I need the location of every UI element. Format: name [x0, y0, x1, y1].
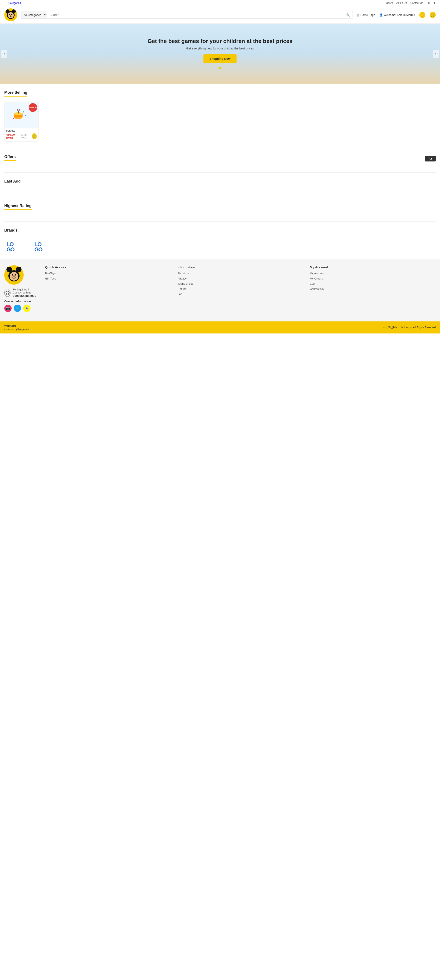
category-select[interactable]: All Categories — [21, 11, 47, 19]
more-selling-section: More Selling ● ● ● — [0, 84, 440, 148]
hero-prev-button[interactable]: ‹ — [1, 50, 7, 58]
list-item: My Account — [310, 272, 436, 275]
information-list: About Us Privacy Terms of use Refund Faq — [178, 272, 303, 296]
search-area: All Categories 🔍 — [21, 11, 353, 19]
logo-svg — [5, 9, 17, 21]
more-selling-header: More Selling — [4, 90, 436, 98]
svg-point-6 — [11, 14, 13, 15]
list-item: Faq — [178, 292, 303, 296]
refund-link[interactable]: Refund — [178, 287, 186, 291]
my-orders-link[interactable]: My Orders — [310, 277, 323, 280]
bottom-bar: Wait Buzz تصميم مواقع - تطبيقات موقع الع… — [0, 321, 440, 334]
instagram-button[interactable]: 📷 — [4, 305, 12, 312]
list-item: Terms of use — [178, 282, 303, 285]
hero-content: Get the best games for your children at … — [148, 38, 292, 70]
my-account-title: My Account — [310, 265, 436, 269]
svg-point-26 — [15, 274, 16, 276]
highest-rating-header: Highest Rating — [4, 204, 436, 212]
hero-subtitle: Get everything new for your child at the… — [148, 47, 292, 50]
contact-nav-link[interactable]: Contact Us — [410, 2, 423, 5]
hero-title: Get the best games for your children at … — [148, 38, 292, 45]
about-us-link[interactable]: About Us — [178, 272, 189, 275]
brand-svg-1: LO GO — [5, 240, 25, 252]
brands-header: Brands — [4, 228, 436, 236]
svg-text:●: ● — [22, 110, 24, 113]
top-nav-right: Offers About Us Contact Us En ▼ — [386, 2, 436, 5]
home-page-link[interactable]: 🏠 Home Page — [356, 13, 375, 17]
list-item: Privacy — [178, 277, 303, 280]
highest-rating-section: Highest Rating — [0, 197, 440, 221]
header-right: 🏠 Home Page 👤 Welcome! Khloud Mhrmd 🔔 🛒 — [356, 12, 436, 18]
brand-logo-1: LO GO — [4, 240, 26, 252]
search-input[interactable] — [47, 11, 344, 18]
offers-all-button[interactable]: All — [425, 156, 436, 161]
add-to-cart-button[interactable]: 🛒 — [32, 133, 37, 139]
svg-text:GO: GO — [34, 246, 43, 252]
list-item: Contact Us — [310, 287, 436, 291]
last-add-title: Last Add — [4, 179, 21, 185]
lang-selector[interactable]: En — [426, 2, 430, 5]
my-account-list: My Account My Orders Cart Contact Us — [310, 272, 436, 291]
svg-text:●: ● — [25, 114, 26, 116]
footer-logo — [4, 265, 24, 285]
product-price: 456.00 KWD 67.00 KWD 🛒 — [5, 133, 38, 141]
girltoys-link[interactable]: Girl Toys — [45, 277, 56, 280]
terms-link[interactable]: Terms of use — [178, 282, 193, 285]
last-add-header: Last Add — [4, 179, 436, 187]
twitter-button[interactable]: 🐦 — [14, 305, 21, 312]
notification-bell[interactable]: 🔔 — [419, 12, 426, 18]
list-item: About Us — [178, 272, 303, 275]
offers-title: Offers — [4, 154, 16, 161]
hero-cta-button[interactable]: Shopping Now — [203, 54, 237, 63]
about-nav-link[interactable]: About Us — [396, 2, 407, 5]
user-info: 👤 Welcome! Khloud Mhrmd — [380, 13, 415, 17]
social-icons: 📷 🐦 👻 — [4, 305, 39, 312]
list-item: BoyToys — [45, 272, 171, 275]
cart-link[interactable]: Cart — [310, 282, 315, 285]
menu-icon: ☰ — [4, 1, 7, 5]
hero-dots — [148, 67, 292, 70]
hero-banner: ‹ Get the best games for your children a… — [0, 24, 440, 84]
categories-link[interactable]: Categories — [8, 2, 21, 5]
svg-point-25 — [12, 274, 13, 276]
logo[interactable] — [4, 8, 17, 21]
faq-link[interactable]: Faq — [178, 293, 182, 296]
snapchat-button[interactable]: 👻 — [23, 305, 30, 312]
boytoys-link[interactable]: BoyToys — [45, 272, 56, 275]
my-account-link[interactable]: My Account — [310, 272, 324, 275]
headset-icon: 🎧 — [4, 289, 11, 297]
lang-chevron-icon: ▼ — [433, 2, 436, 5]
bottom-bar-brand: Wait Buzz — [4, 325, 29, 328]
product-card: ● ● ● Sale 580.60% sdfytfty 456.00 KWD 6… — [4, 102, 39, 142]
logo-image — [4, 8, 17, 21]
footer-contact-row: 🎧 For inquiries ?Connect with us 0096655… — [4, 288, 39, 298]
hero-dot-1[interactable] — [219, 67, 221, 69]
bottom-bar-right: موقع العاب اطفال الكويت - All Rights Res… — [383, 326, 436, 329]
footer: 🎧 For inquiries ?Connect with us 0096655… — [0, 259, 440, 321]
cart-button[interactable]: 🛒 — [430, 12, 436, 18]
search-button[interactable]: 🔍 — [344, 12, 353, 18]
footer-quick-access: Quick Access BoyToys Girl Toys — [45, 265, 171, 312]
footer-contact-prompt: For inquiries ?Connect with us — [13, 288, 39, 294]
svg-point-7 — [10, 15, 11, 16]
hero-next-button[interactable]: › — [433, 50, 439, 58]
products-grid: ● ● ● Sale 580.60% sdfytfty 456.00 KWD 6… — [4, 102, 436, 142]
more-selling-title: More Selling — [4, 90, 27, 97]
footer-my-account: My Account My Account My Orders Cart Con… — [310, 265, 436, 312]
sale-badge: Sale 580.60% — [29, 103, 37, 112]
highest-rating-title: Highest Rating — [4, 204, 32, 210]
footer-phone: 00966558882930 — [13, 294, 39, 298]
svg-text:GO: GO — [6, 246, 14, 252]
quick-access-list: BoyToys Girl Toys — [45, 272, 171, 280]
price-old: 67.00 KWD — [21, 134, 30, 139]
svg-point-27 — [13, 275, 15, 277]
privacy-link[interactable]: Privacy — [178, 277, 187, 280]
brands-title: Brands — [4, 228, 17, 234]
contact-us-link[interactable]: Contact Us — [310, 287, 324, 291]
offers-nav-link[interactable]: Offers — [386, 2, 393, 5]
user-icon: 👤 — [380, 13, 383, 17]
bottom-bar-sub: تصميم مواقع - تطبيقات — [4, 328, 29, 331]
home-icon: 🏠 — [356, 13, 360, 17]
list-item: Cart — [310, 282, 436, 285]
top-nav: ☰ Categories Offers About Us Contact Us … — [0, 0, 440, 6]
